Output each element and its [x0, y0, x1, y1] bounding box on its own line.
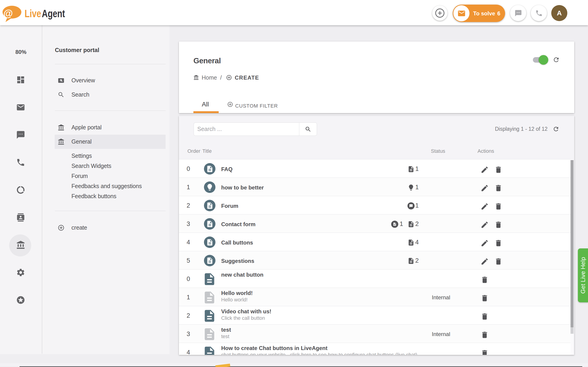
svg-text:Live: Live	[25, 7, 41, 19]
svg-text:@: @	[3, 8, 13, 19]
svg-text:Agent: Agent	[42, 7, 65, 19]
